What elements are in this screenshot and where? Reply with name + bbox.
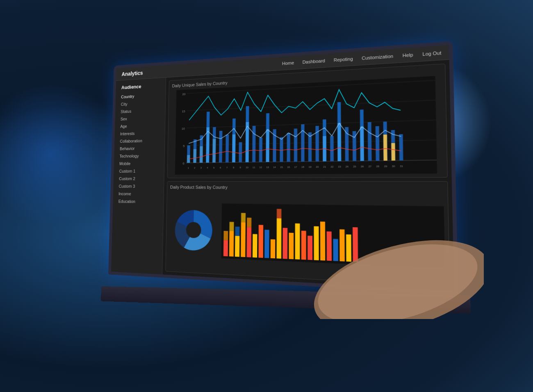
svg-text:13: 13 xyxy=(266,166,269,169)
svg-text:9: 9 xyxy=(239,166,241,169)
svg-text:16: 16 xyxy=(287,166,290,168)
svg-text:5: 5 xyxy=(183,144,184,148)
nav-customization[interactable]: Customization xyxy=(362,53,393,60)
svg-rect-100 xyxy=(289,233,294,260)
svg-rect-99 xyxy=(283,228,288,259)
svg-rect-109 xyxy=(346,235,351,262)
nav-logout[interactable]: Log Out xyxy=(422,50,441,57)
app-title: Analytics xyxy=(122,70,143,77)
svg-text:24: 24 xyxy=(346,165,349,168)
svg-rect-16 xyxy=(200,146,203,163)
svg-rect-108 xyxy=(339,229,345,261)
svg-text:28: 28 xyxy=(376,165,379,168)
sidebar: Audience Country City Status Sex Age Int… xyxy=(111,77,166,274)
svg-text:20: 20 xyxy=(316,166,319,168)
svg-text:8: 8 xyxy=(233,166,234,169)
laptop-wrapper: Analytics Home Dashboard Repoting Custom… xyxy=(82,52,451,340)
svg-rect-101 xyxy=(295,223,300,260)
svg-rect-36 xyxy=(301,124,304,162)
svg-text:10: 10 xyxy=(182,127,185,130)
sidebar-item-income[interactable]: Income xyxy=(113,190,164,198)
svg-text:25: 25 xyxy=(353,165,356,168)
svg-rect-31 xyxy=(266,130,269,162)
svg-rect-102 xyxy=(301,231,306,260)
svg-rect-104 xyxy=(314,226,319,260)
svg-rect-33 xyxy=(280,137,283,162)
nav-help[interactable]: Help xyxy=(403,52,413,58)
svg-text:6: 6 xyxy=(220,166,221,169)
sidebar-item-mobile[interactable]: Mobile xyxy=(114,159,164,167)
svg-text:31: 31 xyxy=(400,165,403,168)
svg-rect-48 xyxy=(368,122,372,161)
sidebar-item-custom3[interactable]: Custom 3 xyxy=(113,182,164,190)
svg-rect-90 xyxy=(229,231,234,256)
svg-rect-29 xyxy=(259,138,262,162)
svg-rect-49 xyxy=(376,126,380,161)
svg-text:29: 29 xyxy=(384,165,387,168)
main-layout: Audience Country City Status Sex Age Int… xyxy=(111,60,454,291)
svg-text:23: 23 xyxy=(338,165,341,168)
svg-rect-95 xyxy=(258,225,263,258)
svg-text:2: 2 xyxy=(194,166,195,169)
sidebar-item-education[interactable]: Education xyxy=(113,197,163,205)
svg-rect-98 xyxy=(277,218,282,259)
content-area: Daily Unique Sales by Country xyxy=(162,60,454,291)
bottom-chart-title: Daily Product Sales by Country xyxy=(170,185,444,191)
svg-rect-96 xyxy=(264,230,269,258)
svg-rect-94 xyxy=(253,234,257,258)
svg-rect-103 xyxy=(308,236,312,260)
nav-dashboard[interactable]: Dashboard xyxy=(303,58,325,64)
pie-chart-wrapper xyxy=(169,192,219,270)
laptop-screen: Analytics Home Dashboard Repoting Custom… xyxy=(108,41,458,295)
svg-text:10: 10 xyxy=(246,166,248,169)
svg-text:18: 18 xyxy=(301,166,304,168)
svg-text:22: 22 xyxy=(330,165,333,168)
svg-rect-112 xyxy=(230,222,234,231)
svg-rect-21 xyxy=(219,131,222,162)
svg-rect-115 xyxy=(247,218,251,227)
svg-text:5: 5 xyxy=(213,166,214,169)
svg-text:15: 15 xyxy=(280,166,283,168)
svg-rect-47 xyxy=(360,127,364,161)
svg-text:11: 11 xyxy=(253,166,255,169)
main-bar-chart: 20 15 10 5 0 xyxy=(171,75,443,175)
svg-text:14: 14 xyxy=(273,166,276,169)
svg-rect-111 xyxy=(223,231,228,240)
svg-text:0: 0 xyxy=(183,162,184,165)
nav-home[interactable]: Home xyxy=(282,60,294,66)
svg-rect-24 xyxy=(232,134,235,162)
svg-rect-20 xyxy=(212,139,216,163)
svg-text:15: 15 xyxy=(182,109,185,113)
svg-rect-116 xyxy=(277,209,281,218)
svg-rect-92 xyxy=(241,222,246,257)
svg-rect-51 xyxy=(383,134,387,161)
sidebar-item-custom2[interactable]: Custom 2 xyxy=(114,175,164,182)
svg-text:1: 1 xyxy=(188,167,189,169)
bottom-section: Daily Product Sales by Country xyxy=(165,181,450,287)
svg-text:19: 19 xyxy=(309,166,312,168)
svg-rect-97 xyxy=(271,239,276,259)
svg-rect-54 xyxy=(399,134,403,160)
svg-rect-41 xyxy=(330,136,334,161)
svg-text:7: 7 xyxy=(226,166,228,169)
sidebar-item-technology[interactable]: Technology xyxy=(114,152,164,160)
svg-rect-93 xyxy=(247,227,252,257)
main-chart-container: Daily Unique Sales by Country xyxy=(167,64,448,178)
svg-rect-34 xyxy=(287,133,290,162)
svg-rect-105 xyxy=(320,221,325,260)
bottom-bar-chart xyxy=(221,192,445,281)
sidebar-item-custom1[interactable]: Custom 1 xyxy=(114,167,164,175)
svg-text:17: 17 xyxy=(294,166,297,168)
svg-text:27: 27 xyxy=(368,165,371,168)
svg-text:21: 21 xyxy=(323,166,326,168)
svg-rect-14 xyxy=(193,149,196,163)
main-chart-svg: 20 15 10 5 0 xyxy=(171,75,443,175)
svg-rect-113 xyxy=(235,227,239,236)
svg-rect-28 xyxy=(252,126,255,162)
svg-rect-89 xyxy=(223,240,228,256)
svg-rect-106 xyxy=(327,231,332,261)
sidebar-item-behavior[interactable]: Behavior xyxy=(114,144,165,153)
svg-rect-53 xyxy=(391,143,395,161)
svg-text:3: 3 xyxy=(200,166,202,169)
nav-reporting[interactable]: Repoting xyxy=(334,56,353,62)
